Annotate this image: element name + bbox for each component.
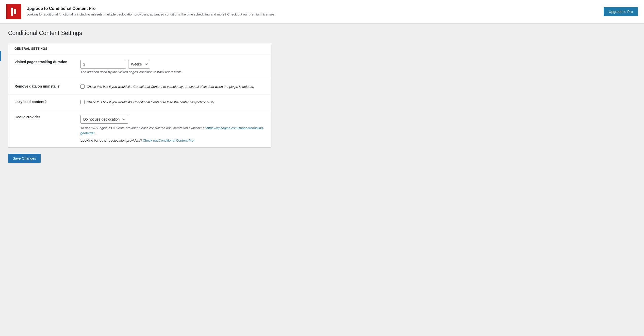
upgrade-banner: Upgrade to Conditional Content Pro Looki… <box>0 0 644 24</box>
banner-text-area: Upgrade to Conditional Content Pro Looki… <box>26 6 599 17</box>
main-content: Conditional Content Settings GENERAL SET… <box>0 24 279 175</box>
page-title: Conditional Content Settings <box>8 30 271 37</box>
geoip-promo-prefix: Looking for other geolocation providers?… <box>80 139 194 142</box>
settings-card: GENERAL SETTINGS Visited pages tracking … <box>8 43 271 148</box>
table-row: GeoIP Provider Do not use geolocation WP… <box>8 110 271 148</box>
plugin-logo <box>6 4 21 19</box>
banner-title: Upgrade to Conditional Content Pro <box>26 6 599 11</box>
upgrade-to-pro-button[interactable]: Upgrade to Pro <box>604 7 638 16</box>
lazy-load-value: Check this box if you would like Conditi… <box>74 94 271 110</box>
table-row: Visited pages tracking duration Days Wee… <box>8 55 271 79</box>
geoip-description: To use WP Engine as a GeoIP provider ple… <box>80 126 265 136</box>
save-changes-button[interactable]: Save Changes <box>8 154 41 163</box>
lazy-load-checkbox[interactable] <box>80 100 85 104</box>
section-header: GENERAL SETTINGS <box>8 43 271 55</box>
geoip-value: Do not use geolocation WP Engine GeoIP T… <box>74 110 271 148</box>
tracking-duration-label: Visited pages tracking duration <box>8 55 74 79</box>
tracking-duration-value: Days Weeks Months The duration used by t… <box>74 55 271 79</box>
remove-data-value: Check this box if you would like Conditi… <box>74 79 271 95</box>
banner-description: Looking for additional functionality inc… <box>26 12 599 17</box>
tracking-duration-input[interactable] <box>80 60 126 69</box>
remove-data-checkbox-label: Check this box if you would like Conditi… <box>87 84 254 89</box>
geoip-desc-suffix: . <box>94 131 96 135</box>
tracking-duration-unit-select[interactable]: Days Weeks Months <box>128 60 150 69</box>
save-area: Save Changes <box>8 148 271 169</box>
duration-input-row: Days Weeks Months <box>80 60 265 69</box>
lazy-load-checkbox-row: Check this box if you would like Conditi… <box>80 100 265 105</box>
lazy-load-checkbox-label: Check this box if you would like Conditi… <box>87 100 215 105</box>
geoip-promo: Looking for other geolocation providers?… <box>80 139 265 142</box>
geoip-promo-strong: Looking for other <box>80 139 109 142</box>
table-row: Lazy load content? Check this box if you… <box>8 94 271 110</box>
geoip-provider-select[interactable]: Do not use geolocation WP Engine GeoIP <box>80 115 128 124</box>
remove-data-checkbox-row: Check this box if you would like Conditi… <box>80 84 265 89</box>
geoip-pro-link[interactable]: Check out Conditional Content Pro! <box>143 139 195 142</box>
remove-data-checkbox[interactable] <box>80 85 85 89</box>
settings-table: Visited pages tracking duration Days Wee… <box>8 55 271 147</box>
geoip-promo-mid: ? <box>140 139 143 142</box>
remove-data-label: Remove data on uninstall? <box>8 79 74 95</box>
table-row: Remove data on uninstall? Check this box… <box>8 79 271 95</box>
lazy-load-label: Lazy load content? <box>8 94 74 110</box>
geoip-label: GeoIP Provider <box>8 110 74 148</box>
geoip-desc-prefix: To use WP Engine as a GeoIP provider ple… <box>80 126 206 130</box>
tracking-duration-description: The duration used by the 'visited pages'… <box>80 70 265 74</box>
geoip-promo-italic: geolocation providers <box>109 139 140 142</box>
left-accent-bar <box>0 51 1 61</box>
